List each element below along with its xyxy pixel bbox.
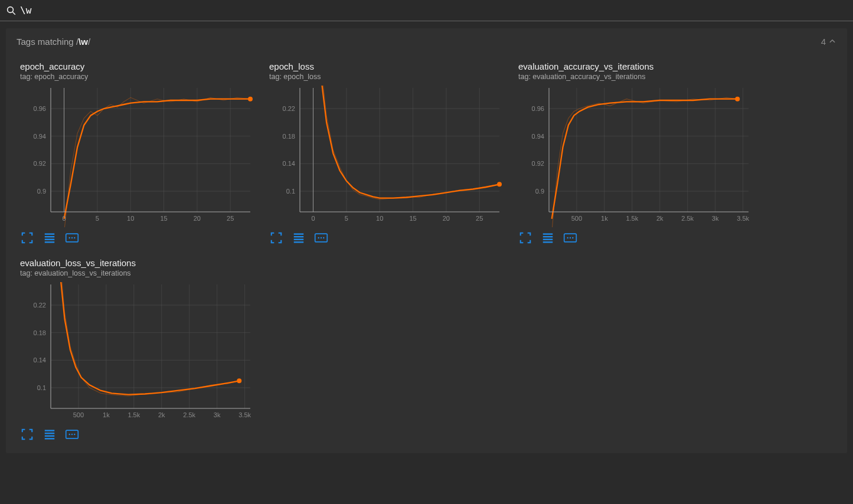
svg-text:3k: 3k [214,411,221,418]
chart-card: evaluation_accuracy_vs_iterations tag: e… [518,61,754,245]
toggle-y-log-icon[interactable] [43,427,57,441]
svg-point-97 [570,237,571,238]
expand-icon[interactable] [20,231,34,245]
svg-text:0.22: 0.22 [34,302,46,309]
svg-text:0.94: 0.94 [34,133,46,140]
search-input[interactable] [20,5,847,16]
fit-domain-icon[interactable] [65,231,79,245]
svg-point-110 [237,378,241,383]
svg-text:2k: 2k [656,215,664,222]
svg-point-131 [74,434,75,435]
svg-point-45 [497,182,502,186]
chart-tag: tag: epoch_loss [269,73,505,81]
svg-point-65 [323,237,324,238]
svg-text:1k: 1k [103,411,110,418]
chart-tag: tag: epoch_accuracy [20,73,256,81]
svg-text:3.5k: 3.5k [238,411,251,418]
svg-point-130 [71,434,73,435]
svg-text:20: 20 [194,215,201,222]
svg-text:0.14: 0.14 [283,160,295,167]
expand-icon[interactable] [269,231,283,245]
svg-text:5: 5 [96,215,99,222]
chart-title: epoch_accuracy [20,61,256,71]
svg-text:2.5k: 2.5k [183,411,195,418]
fit-domain-icon[interactable] [314,231,328,245]
group-title: Tags matching /\w/ [17,37,90,47]
svg-text:0.14: 0.14 [34,356,46,364]
svg-text:0.9: 0.9 [37,188,46,195]
chart-toolbar [269,231,505,245]
chart-card: epoch_accuracy tag: epoch_accuracy 05101… [20,61,256,245]
fit-domain-icon[interactable] [65,427,79,441]
svg-text:0: 0 [62,215,66,222]
svg-text:2.5k: 2.5k [681,215,694,222]
svg-text:2k: 2k [158,411,165,418]
svg-text:15: 15 [160,215,167,222]
chart-plot[interactable]: 05101520250.90.920.940.96 [20,86,256,227]
chart-card: evaluation_loss_vs_iterations tag: evalu… [20,258,256,441]
svg-point-77 [735,97,740,102]
svg-point-98 [572,237,573,238]
svg-text:0.18: 0.18 [283,133,295,140]
fit-domain-icon[interactable] [563,231,577,245]
svg-text:15: 15 [409,215,416,222]
svg-point-64 [321,237,322,238]
svg-point-63 [318,237,319,238]
chart-plot[interactable]: 05101520250.10.140.180.22 [269,86,505,227]
group-header[interactable]: Tags matching /\w/ 4 [6,28,847,54]
svg-text:1.5k: 1.5k [128,411,140,418]
toggle-y-log-icon[interactable] [43,231,57,245]
svg-text:0.9: 0.9 [535,188,544,195]
toggle-y-log-icon[interactable] [292,231,306,245]
chart-plot[interactable]: 5001k1.5k2k2.5k3k3.5k0.10.140.180.22 [20,282,256,424]
svg-text:0.96: 0.96 [34,105,46,112]
chart-title: evaluation_accuracy_vs_iterations [518,61,754,71]
svg-text:1.5k: 1.5k [626,215,638,222]
search-icon [6,5,17,16]
svg-point-33 [74,237,75,238]
svg-text:500: 500 [73,411,84,418]
svg-text:20: 20 [443,215,450,222]
chart-title: evaluation_loss_vs_iterations [20,258,256,268]
group-count: 4 [821,37,836,47]
svg-text:10: 10 [127,215,134,222]
svg-text:0.18: 0.18 [34,329,46,336]
chart-toolbar [20,231,256,245]
chevron-up-icon [828,37,836,45]
svg-text:0.96: 0.96 [532,105,544,112]
svg-point-0 [8,6,14,12]
svg-text:3k: 3k [712,215,719,222]
tag-group: Tags matching /\w/ 4 epoch_accuracy tag:… [6,28,847,453]
chart-title: epoch_loss [269,61,505,71]
svg-text:3.5k: 3.5k [737,215,749,222]
svg-text:25: 25 [227,215,234,222]
svg-text:0.1: 0.1 [286,188,295,195]
svg-text:1k: 1k [601,215,608,222]
svg-text:5: 5 [345,215,348,222]
svg-text:0: 0 [311,215,315,222]
search-bar [0,0,853,21]
svg-text:0.94: 0.94 [532,133,544,140]
expand-icon[interactable] [20,427,34,441]
svg-line-1 [12,12,15,15]
svg-text:0.22: 0.22 [283,105,295,112]
svg-text:500: 500 [571,215,582,222]
svg-text:0.92: 0.92 [34,160,46,167]
chart-toolbar [518,231,754,245]
toggle-y-log-icon[interactable] [541,231,555,245]
svg-point-96 [567,237,568,238]
svg-point-32 [71,237,73,238]
svg-text:0.92: 0.92 [532,160,544,167]
expand-icon[interactable] [518,231,532,245]
svg-text:25: 25 [476,215,483,222]
svg-point-31 [69,237,70,238]
svg-text:0.1: 0.1 [37,384,46,391]
svg-point-129 [69,434,70,435]
chart-toolbar [20,427,256,441]
chart-card: epoch_loss tag: epoch_loss 05101520250.1… [269,61,505,245]
chart-tag: tag: evaluation_loss_vs_iterations [20,269,256,277]
chart-tag: tag: evaluation_accuracy_vs_iterations [518,73,754,81]
chart-plot[interactable]: 5001k1.5k2k2.5k3k3.5k0.90.920.940.96 [518,86,754,227]
svg-point-13 [248,97,253,102]
svg-text:10: 10 [376,215,383,222]
